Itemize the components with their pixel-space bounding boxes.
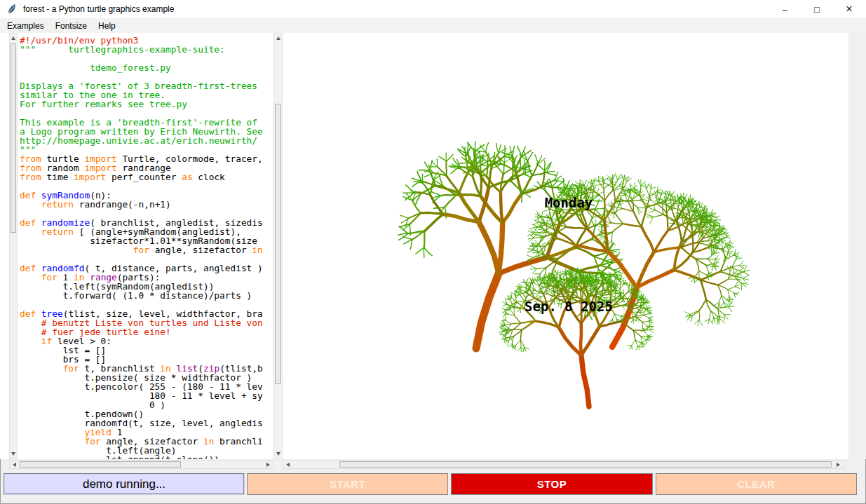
- menubar: ExamplesFontsizeHelp: [0, 18, 866, 33]
- app-window: forest - a Python turtle graphics exampl…: [0, 0, 866, 504]
- canvas-text: Sep. 8 2025: [525, 299, 613, 314]
- code-vscrollbar-thumb[interactable]: [11, 43, 16, 233]
- canvas-hscrollbar-thumb[interactable]: [339, 461, 832, 468]
- start-button[interactable]: START: [247, 473, 448, 495]
- canvas-text: Monday: [545, 195, 593, 210]
- scroll-right-icon[interactable]: [264, 461, 273, 468]
- code-line: For further remarks see tree.py: [20, 100, 273, 109]
- turtle-canvas: MondaySep. 8 2025: [283, 33, 848, 459]
- scroll-down-icon[interactable]: [10, 449, 17, 458]
- status-label: demo running...: [4, 473, 245, 495]
- maximize-button[interactable]: □: [801, 0, 833, 18]
- code-vscrollbar[interactable]: [9, 33, 18, 459]
- titlebar: forest - a Python turtle graphics exampl…: [0, 0, 866, 18]
- minimize-button[interactable]: –: [769, 0, 801, 18]
- scroll-left-icon[interactable]: [283, 461, 292, 468]
- menu-fontsize[interactable]: Fontsize: [50, 18, 93, 33]
- demo-buttons: STARTSTOPCLEAR: [247, 473, 857, 495]
- turtle-drawing: [283, 33, 848, 459]
- scroll-up-icon[interactable]: [10, 34, 17, 43]
- code-line: for angle, sizefactor in: [20, 245, 273, 254]
- canvas-vscrollbar-thumb[interactable]: [275, 104, 281, 384]
- code-line: tdemo_forest.py: [20, 63, 273, 72]
- canvas-vscrollbar[interactable]: [273, 33, 283, 459]
- scroll-up-icon[interactable]: [274, 34, 282, 43]
- code-hscrollbar[interactable]: [9, 460, 273, 469]
- stop-button[interactable]: STOP: [451, 473, 652, 495]
- scroll-down-icon[interactable]: [274, 449, 282, 458]
- menu-help[interactable]: Help: [93, 18, 121, 33]
- scroll-right-icon[interactable]: [834, 461, 843, 468]
- window-title: forest - a Python turtle graphics exampl…: [23, 4, 174, 14]
- clear-button[interactable]: CLEAR: [656, 473, 857, 495]
- code-line: http://homepage.univie.ac.at/erich.neuwi…: [20, 136, 273, 145]
- code-editor[interactable]: #!/usr/bin/env python3""" turtlegraphics…: [18, 33, 273, 459]
- scroll-left-icon[interactable]: [10, 461, 19, 468]
- code-line: from time import perf_counter as clock: [20, 172, 273, 182]
- window-controls: – □ ×: [769, 0, 865, 18]
- close-button[interactable]: ×: [833, 0, 865, 18]
- code-hscrollbar-thumb[interactable]: [20, 461, 181, 468]
- canvas-pane-margin: [848, 33, 866, 459]
- code-line: """ turtlegraphics-example-suite:: [20, 45, 273, 54]
- code-line: t.forward( (1.0 * distance)/parts ): [20, 291, 273, 300]
- menu-examples[interactable]: Examples: [0, 18, 50, 33]
- canvas-hscrollbar[interactable]: [283, 460, 844, 469]
- code-line: return randrange(-n,n+1): [20, 200, 273, 209]
- code-line: lst.append(t.clone()): [20, 455, 273, 459]
- code-pane-margin: [0, 33, 9, 459]
- app-icon: [6, 4, 18, 15]
